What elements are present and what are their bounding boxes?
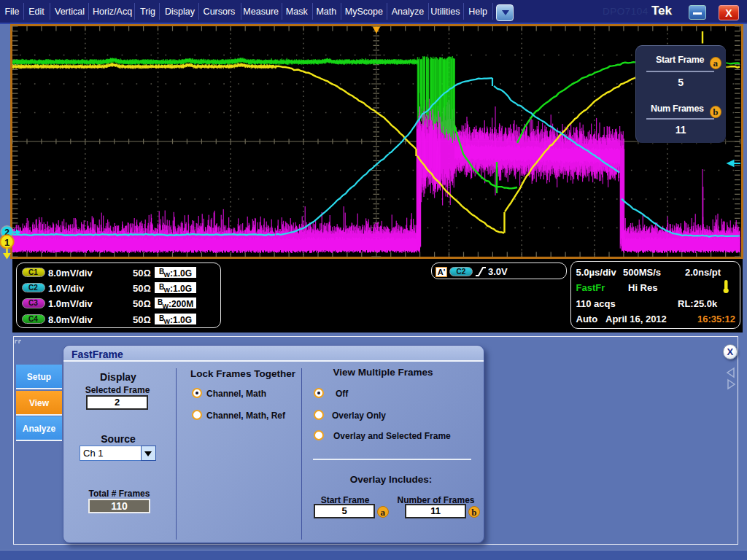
svg-text:1: 1 bbox=[4, 237, 9, 248]
